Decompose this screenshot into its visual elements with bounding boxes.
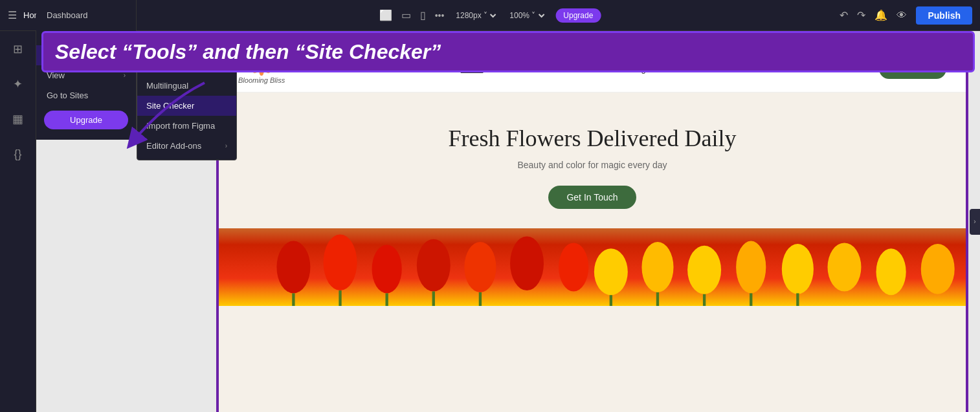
svg-point-19	[641, 242, 673, 292]
hero-title: Fresh Flowers Delivered Daily	[238, 125, 946, 152]
hero-section: Fresh Flowers Delivered Daily Beauty and…	[219, 92, 966, 228]
zoom-selector[interactable]: 100% ˅	[507, 10, 546, 21]
submenu-item-multilingual[interactable]: Multilingual	[137, 76, 236, 96]
svg-point-17	[559, 243, 588, 291]
menu-upgrade-button[interactable]: Upgrade	[44, 111, 128, 129]
redo-icon[interactable]: ↷	[857, 9, 865, 21]
table-icon[interactable]: ▦	[6, 107, 30, 131]
menu-item-go-to-sites[interactable]: Go to Sites	[36, 85, 136, 105]
tablet-icon[interactable]: ▭	[401, 9, 411, 21]
svg-point-14	[417, 239, 451, 292]
toolbar: ☰ Home ▾ ☁ Autosave on ⬜ ▭ ▯ ••• 1280px …	[0, 0, 980, 31]
submenu-editor-addons-chevron: ›	[225, 142, 227, 149]
svg-point-24	[876, 248, 906, 295]
svg-point-11	[276, 241, 310, 294]
undo-icon[interactable]: ↶	[840, 9, 848, 21]
svg-point-22	[782, 244, 814, 294]
svg-point-13	[372, 244, 402, 293]
more-devices-icon[interactable]: •••	[435, 10, 445, 21]
submenu-item-site-checker[interactable]: Site Checker	[137, 96, 236, 116]
hamburger-icon[interactable]: ☰	[8, 9, 17, 21]
submenu-editor-addons-label: Editor Add-ons	[146, 141, 201, 151]
svg-point-23	[828, 243, 862, 291]
eye-icon[interactable]: 👁	[896, 10, 907, 21]
components-icon[interactable]: ✦	[6, 72, 30, 96]
flower-image-section	[219, 228, 966, 306]
submenu-item-import-figma[interactable]: Import from Figma	[137, 116, 236, 136]
bell-icon[interactable]: 🔔	[874, 9, 887, 21]
svg-point-20	[687, 246, 721, 294]
menu-view-chevron: ›	[124, 72, 126, 79]
submenu-site-checker-label: Site Checker	[146, 101, 194, 111]
hero-cta-button[interactable]: Get In Touch	[548, 186, 636, 209]
website-preview: Blooming Bliss Home About Services Flowe…	[217, 44, 967, 412]
svg-point-16	[510, 236, 544, 290]
submenu-item-editor-addons[interactable]: Editor Add-ons ›	[137, 136, 236, 156]
main-area: ⊞ ✦ ▦ {} Dashboard Site › Tools › View ›…	[0, 31, 980, 412]
svg-point-25	[921, 244, 955, 294]
toolbar-right: ↶ ↷ 🔔 👁 Publish	[840, 6, 972, 25]
grid-icon[interactable]: ⊞	[6, 38, 30, 61]
svg-point-18	[594, 248, 628, 295]
desktop-icon[interactable]: ⬜	[379, 9, 392, 21]
menu-go-to-sites-label: Go to Sites	[47, 91, 88, 100]
annotation-box: Select “Tools” and then “Site Checker”	[41, 31, 975, 72]
left-sidebar: ⊞ ✦ ▦ {}	[0, 31, 36, 412]
publish-button[interactable]: Publish	[916, 6, 972, 25]
right-panel-collapse-button[interactable]: ›	[970, 209, 980, 235]
flower-image-svg	[219, 228, 966, 306]
svg-point-12	[324, 235, 357, 291]
logo-text: Blooming Bliss	[238, 76, 285, 84]
code-icon[interactable]: {}	[6, 142, 30, 166]
menu-item-dashboard[interactable]: Dashboard	[36, 5, 136, 25]
upgrade-button-toolbar[interactable]: Upgrade	[555, 8, 601, 23]
hero-subtitle: Beauty and color for magic every day	[238, 160, 946, 170]
annotation-text: Select “Tools” and then “Site Checker”	[55, 40, 441, 63]
toolbar-center: ⬜ ▭ ▯ ••• 1280px ˅ 100% ˅ Upgrade	[379, 8, 601, 23]
menu-dashboard-label: Dashboard	[47, 10, 88, 20]
svg-point-15	[464, 242, 496, 292]
viewport-selector[interactable]: 1280px ˅	[453, 10, 498, 21]
mobile-icon[interactable]: ▯	[420, 9, 426, 21]
submenu-multilingual-label: Multilingual	[146, 81, 188, 91]
svg-point-21	[736, 241, 766, 294]
submenu-import-figma-label: Import from Figma	[146, 121, 215, 131]
